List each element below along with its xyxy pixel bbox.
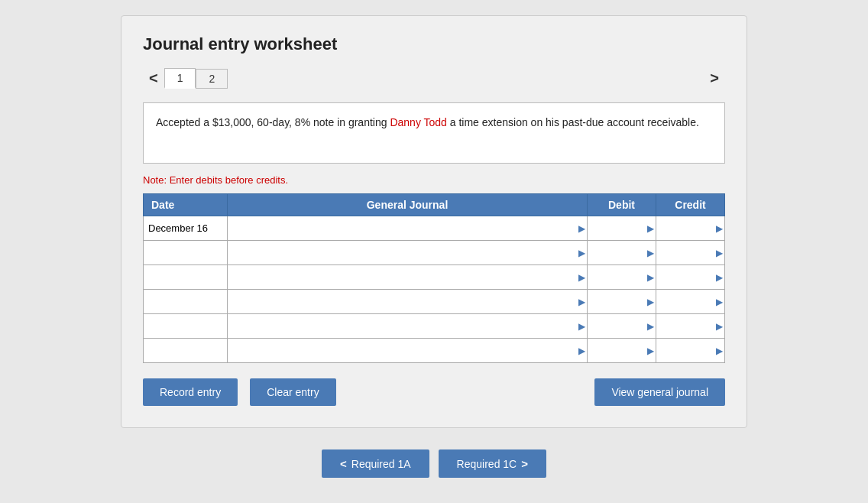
col-header-debit: Debit <box>588 194 656 216</box>
col-header-credit: Credit <box>656 194 725 216</box>
description-text-part1: Accepted a $13,000, 60-day, 8% note in g… <box>156 116 390 128</box>
input-credit-0[interactable] <box>659 216 721 240</box>
col-header-general-journal: General Journal <box>228 194 588 216</box>
input-debit-3[interactable] <box>591 290 653 313</box>
input-journal-0[interactable] <box>231 216 584 240</box>
required-1a-button[interactable]: < Required 1A <box>322 449 429 478</box>
description-text-part2: a time extension on his past-due account… <box>447 116 699 128</box>
input-journal-5[interactable] <box>231 339 584 362</box>
table-row: ▶▶▶ <box>144 265 725 290</box>
input-credit-3[interactable] <box>659 290 721 313</box>
cell-date-0: December 16 <box>144 216 228 241</box>
clear-entry-button[interactable]: Clear entry <box>250 378 335 406</box>
table-row: ▶▶▶ <box>144 290 725 314</box>
cell-credit-1[interactable]: ▶ <box>656 241 725 265</box>
tab-navigation: < 1 2 > <box>143 67 725 90</box>
view-general-journal-button[interactable]: View general journal <box>594 378 725 406</box>
journal-table: Date General Journal Debit Credit Decemb… <box>143 193 725 363</box>
nav-right-arrow[interactable]: > <box>704 67 725 90</box>
input-journal-4[interactable] <box>231 314 584 338</box>
record-entry-button[interactable]: Record entry <box>143 378 238 406</box>
page-title: Journal entry worksheet <box>143 34 725 54</box>
input-credit-1[interactable] <box>659 241 721 264</box>
input-debit-1[interactable] <box>591 241 653 264</box>
cell-credit-0[interactable]: ▶ <box>656 216 725 241</box>
table-row: December 16▶▶▶ <box>144 216 725 241</box>
nav-left-arrow[interactable]: < <box>143 67 164 90</box>
description-highlight: Danny Todd <box>390 116 446 128</box>
cell-debit-2[interactable]: ▶ <box>588 265 656 290</box>
input-journal-3[interactable] <box>231 290 584 313</box>
cell-credit-4[interactable]: ▶ <box>656 314 725 339</box>
col-header-date: Date <box>144 194 228 216</box>
cell-debit-1[interactable]: ▶ <box>588 241 656 265</box>
cell-journal-1[interactable]: ▶ <box>228 241 588 265</box>
input-debit-0[interactable] <box>591 216 653 240</box>
table-row: ▶▶▶ <box>144 241 725 265</box>
cell-debit-3[interactable]: ▶ <box>588 290 656 314</box>
cell-credit-3[interactable]: ▶ <box>656 290 725 314</box>
cell-debit-0[interactable]: ▶ <box>588 216 656 241</box>
cell-credit-2[interactable]: ▶ <box>656 265 725 290</box>
required-1c-right-arrow: > <box>521 457 528 470</box>
cell-journal-5[interactable]: ▶ <box>228 339 588 363</box>
bottom-navigation: < Required 1A Required 1C > <box>322 449 546 478</box>
required-1a-left-arrow: < <box>340 457 347 470</box>
input-debit-2[interactable] <box>591 265 653 289</box>
input-credit-4[interactable] <box>659 314 721 338</box>
cell-journal-2[interactable]: ▶ <box>228 265 588 290</box>
required-1c-button[interactable]: Required 1C > <box>439 449 546 478</box>
tab-1[interactable]: 1 <box>164 68 196 89</box>
action-buttons-row: Record entry Clear entry View general jo… <box>143 378 725 406</box>
cell-journal-4[interactable]: ▶ <box>228 314 588 339</box>
input-credit-2[interactable] <box>659 265 721 289</box>
required-1c-label: Required 1C <box>457 458 517 470</box>
input-journal-2[interactable] <box>231 265 584 289</box>
required-1a-label: Required 1A <box>351 458 411 470</box>
cell-journal-0[interactable]: ▶ <box>228 216 588 241</box>
cell-debit-5[interactable]: ▶ <box>588 339 656 363</box>
tab-2[interactable]: 2 <box>196 69 228 89</box>
cell-date-2 <box>144 265 228 290</box>
cell-date-5 <box>144 339 228 363</box>
cell-journal-3[interactable]: ▶ <box>228 290 588 314</box>
cell-credit-5[interactable]: ▶ <box>656 339 725 363</box>
table-row: ▶▶▶ <box>144 314 725 339</box>
cell-date-1 <box>144 241 228 265</box>
input-debit-4[interactable] <box>591 314 653 338</box>
input-journal-1[interactable] <box>231 241 584 264</box>
input-debit-5[interactable] <box>591 339 653 362</box>
table-row: ▶▶▶ <box>144 339 725 363</box>
cell-date-3 <box>144 290 228 314</box>
cell-date-4 <box>144 314 228 339</box>
description-box: Accepted a $13,000, 60-day, 8% note in g… <box>143 102 725 164</box>
note-text: Note: Enter debits before credits. <box>143 174 725 186</box>
input-credit-5[interactable] <box>659 339 721 362</box>
cell-debit-4[interactable]: ▶ <box>588 314 656 339</box>
worksheet-container: Journal entry worksheet < 1 2 > Accepted… <box>121 15 747 428</box>
